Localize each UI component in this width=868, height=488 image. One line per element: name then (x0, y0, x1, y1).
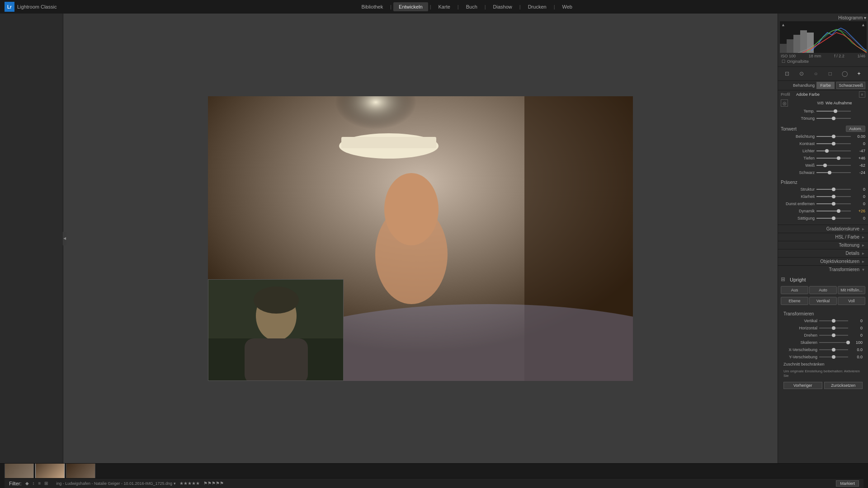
tool-crop[interactable]: ⊡ (783, 69, 792, 78)
transform-x-label: X-Verschiebung (783, 347, 817, 352)
kontrast-label: Kontrast (781, 141, 815, 146)
upright-auto-btn[interactable]: Auto (809, 286, 837, 294)
temp-track[interactable] (816, 111, 851, 112)
lichter-thumb[interactable] (825, 149, 829, 153)
transform-drehen-thumb[interactable] (832, 333, 835, 337)
histogram-shadow-warning[interactable]: ▲ (781, 23, 785, 27)
kontrast-track[interactable] (816, 143, 851, 144)
transform-x-track[interactable] (819, 349, 848, 350)
tool-redeye[interactable]: ○ (811, 69, 821, 78)
objektivkorrekturen-label: Objektivkorrekturen (820, 259, 859, 264)
temp-thumb[interactable] (834, 109, 837, 113)
nav-web[interactable]: Web (557, 2, 577, 11)
weiss-thumb[interactable] (823, 164, 827, 167)
filmstrip-thumb-1[interactable] (5, 464, 34, 478)
histogram-title[interactable]: Histogramm ▾ (780, 15, 866, 20)
transform-drehen-track[interactable] (819, 335, 848, 336)
left-panel-toggle[interactable]: ◀ (63, 232, 66, 245)
dynamik-thumb[interactable] (837, 209, 840, 213)
teiltonung-section[interactable]: Teiltonung ▸ (778, 241, 868, 249)
upright-hilfslinie-btn[interactable]: Mit Hilfslin... (838, 286, 865, 294)
grid-icon[interactable]: ⊞ (44, 481, 48, 486)
transform-skalieren-thumb[interactable] (846, 341, 850, 344)
schwarz-thumb[interactable] (828, 171, 831, 174)
tiefen-track[interactable] (816, 158, 851, 159)
transform-horizontal-track[interactable] (819, 328, 848, 328)
transform-x-thumb[interactable] (832, 348, 835, 352)
tool-gradient[interactable]: □ (826, 69, 835, 78)
tool-spot[interactable]: ⊙ (797, 69, 806, 78)
upright-buttons-row-2: Ebene Vertikal Voll (781, 297, 865, 305)
belichtung-track[interactable] (816, 136, 851, 137)
sort-icon[interactable]: ↕ (33, 481, 35, 486)
filter-stars[interactable]: ★★★★★ (179, 481, 200, 486)
tint-track[interactable] (816, 118, 851, 119)
nav-karte[interactable]: Karte (433, 2, 456, 11)
nav-buch[interactable]: Buch (461, 2, 483, 11)
saettigung-track[interactable] (816, 218, 851, 219)
transform-skalieren-row: Skalieren 100 (781, 339, 865, 346)
vorheriger-btn[interactable]: Vorheriger (783, 382, 822, 389)
transform-y-track[interactable] (819, 357, 848, 357)
kontrast-thumb[interactable] (832, 142, 835, 145)
klarheit-thumb[interactable] (832, 195, 835, 198)
lichter-slider-row: Lichter -47 (778, 147, 868, 155)
transform-vertikal-thumb[interactable] (832, 319, 835, 323)
histogram-highlight-warning[interactable]: ▲ (861, 23, 865, 27)
filmstrip-thumb-2[interactable] (35, 464, 65, 478)
profil-menu-btn[interactable]: ≡ (859, 91, 865, 98)
transformieren-label: Transformieren (829, 267, 859, 272)
dunst-fill (816, 203, 834, 204)
filter-flags[interactable]: ⚑⚑⚑⚑⚑ (203, 481, 224, 486)
transform-skalieren-track[interactable] (819, 342, 848, 343)
weiss-label: Weiß (781, 163, 815, 168)
hsl-farbe-section[interactable]: HSL / Farbe ▸ (778, 233, 868, 241)
transform-vertikal-track[interactable] (819, 320, 848, 321)
upright-vertikal-btn[interactable]: Vertikal (809, 297, 837, 305)
zuruecksetzen-btn[interactable]: Zurücksetzen (824, 382, 863, 389)
auto-btn[interactable]: Autom. (846, 126, 865, 132)
schwarz-track[interactable] (816, 172, 851, 173)
filmstrip-thumb-3[interactable] (66, 464, 95, 478)
tool-brush[interactable]: + (854, 69, 863, 78)
svg-rect-16 (787, 39, 793, 53)
gradationskurve-section[interactable]: Gradationskurve ▸ (778, 225, 868, 233)
struktur-track[interactable] (816, 189, 851, 190)
original-checkbox[interactable]: ☐ (782, 59, 785, 64)
objektivkorrekturen-section[interactable]: Objektivkorrekturen ▸ (778, 257, 868, 265)
nav-bibliothek[interactable]: Bibliothek (356, 2, 389, 11)
struktur-thumb[interactable] (832, 188, 835, 191)
transform-y-thumb[interactable] (832, 355, 835, 359)
tiefen-thumb[interactable] (837, 156, 840, 160)
wb-eyedropper-icon[interactable]: ◎ (781, 99, 788, 107)
lr-logo-icon: Lr (5, 2, 14, 12)
transformieren-section-header[interactable]: Transformieren ▾ (778, 265, 868, 273)
nav-entwickeln[interactable]: Entwickeln (393, 2, 428, 11)
tint-thumb[interactable] (832, 117, 835, 120)
details-section[interactable]: Details ▸ (778, 249, 868, 257)
weiss-track[interactable] (816, 165, 851, 166)
behandlung-schwarz-btn[interactable]: Schwarzweiß (836, 82, 865, 89)
filter-icon[interactable]: ◆ (25, 481, 29, 486)
view-icon[interactable]: ≡ (38, 481, 41, 486)
transform-horizontal-thumb[interactable] (832, 326, 835, 330)
dunst-track[interactable] (816, 203, 851, 204)
dynamik-value: +26 (853, 209, 865, 213)
lichter-track[interactable] (816, 150, 851, 151)
upright-aus-btn[interactable]: Aus (781, 286, 808, 294)
nav-diashow[interactable]: Diashow (488, 2, 518, 11)
belichtung-thumb[interactable] (832, 135, 835, 138)
transform-vertikal-label: Vertikal (783, 319, 817, 323)
klarheit-track[interactable] (816, 196, 851, 197)
saettigung-thumb[interactable] (832, 216, 835, 220)
tool-radial[interactable]: ◯ (840, 69, 849, 78)
tiefen-label: Tiefen (781, 156, 815, 160)
dynamik-track[interactable] (816, 211, 851, 211)
dunst-thumb[interactable] (832, 202, 835, 206)
nav-sep-3: | (457, 2, 460, 11)
nav-drucken[interactable]: Drucken (523, 2, 552, 11)
behandlung-farbe-btn[interactable]: Farbe (816, 82, 835, 89)
marked-btn[interactable]: Markiert (836, 480, 859, 487)
upright-voll-btn[interactable]: Voll (838, 297, 865, 305)
upright-ebene-btn[interactable]: Ebene (781, 297, 808, 305)
